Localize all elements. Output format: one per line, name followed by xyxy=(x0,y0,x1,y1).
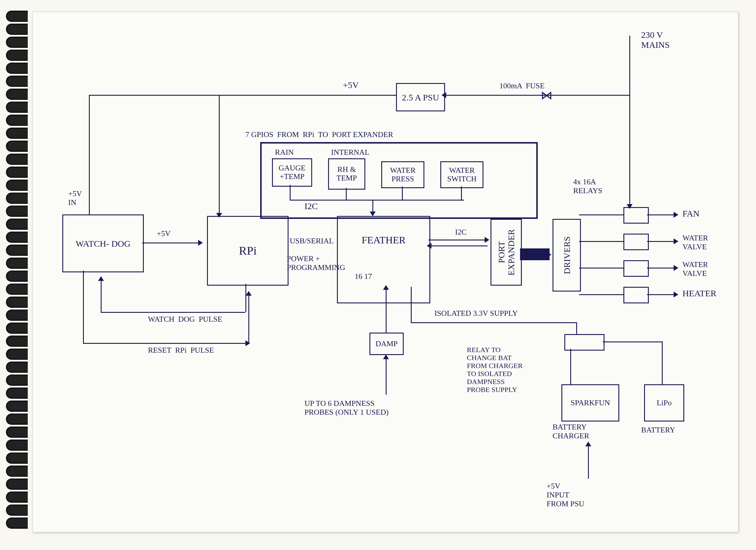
feather-to-pe xyxy=(428,240,488,240)
wd-pulse-line xyxy=(101,312,245,313)
damp-to-feather xyxy=(386,287,387,333)
5v-wire xyxy=(89,95,396,96)
rh-text: RH & TEMP xyxy=(329,165,364,182)
watchdog-block: WATCH- DOG xyxy=(62,214,144,272)
rpi-block: RPi xyxy=(207,216,289,286)
relay-fan xyxy=(623,207,649,224)
drv-heater xyxy=(579,294,623,295)
wd-to-rpi xyxy=(142,243,201,243)
relay-to-sf xyxy=(570,349,571,384)
iso-top xyxy=(411,322,576,323)
rain-hdr: RAIN xyxy=(275,148,294,157)
switch-text: WATER SWITCH xyxy=(441,166,483,183)
5v-from-psu: +5V INPUT FROM PSU xyxy=(547,482,584,508)
5v-label: +5V xyxy=(343,80,359,90)
fuse-icon: ⋈ xyxy=(541,88,553,102)
damp-note: UP TO 6 DAMPNESS PROBES (ONLY 1 USED) xyxy=(304,399,389,417)
drivers-text: DRIVERS xyxy=(562,236,572,274)
relays-hdr: 4x 16A RELAYS xyxy=(573,178,602,195)
feather-pins: 16 17 xyxy=(355,272,372,281)
i2c-a: I2C xyxy=(304,201,318,211)
drv-fan xyxy=(579,214,623,215)
relay-wv1 xyxy=(623,234,649,250)
drv-wv1 xyxy=(579,241,623,242)
fan-label: FAN xyxy=(682,209,700,219)
psu-to-sf xyxy=(588,443,589,479)
5v-wd-rpi: +5V xyxy=(157,229,170,238)
out-wv2 xyxy=(647,268,677,269)
probes-in xyxy=(386,356,387,395)
lipo-text: LiPo xyxy=(657,399,672,407)
fuse-wire xyxy=(443,95,629,96)
drivers-block: DRIVERS xyxy=(553,219,581,292)
wd-pulse-label: WATCH DOG PULSE xyxy=(148,315,222,324)
charger-caption: BATTERY CHARGER xyxy=(553,423,589,440)
damp-text: DAMP xyxy=(375,340,397,348)
5v-in-label: +5V IN xyxy=(68,189,82,207)
iso-left xyxy=(411,287,412,322)
i2c-to-feather xyxy=(372,200,373,214)
mains-wire xyxy=(629,36,630,201)
i2c-bus xyxy=(290,200,464,201)
wv1-label: WATER VALVE xyxy=(682,234,708,251)
heater-label: HEATER xyxy=(682,288,716,298)
rh-drop xyxy=(346,188,347,200)
fuse-label: 100mA FUSE xyxy=(499,82,545,90)
relay-to-lipo-v xyxy=(662,341,663,384)
out-wv1 xyxy=(647,241,677,242)
relay-wv2 xyxy=(623,260,649,277)
relay-note: RELAY TO CHANGE BAT FROM CHARGER TO ISOL… xyxy=(467,346,523,394)
pe-to-drivers xyxy=(520,248,550,260)
psu-block: 2.5 A PSU xyxy=(396,83,445,111)
pe-to-feather xyxy=(428,245,488,246)
port-expander-text: PORT EXPANDER xyxy=(496,220,516,285)
drv-wv2 xyxy=(579,268,623,269)
iso-label: ISOLATED 3.3V SUPPLY xyxy=(434,309,518,318)
i2c-b: I2C xyxy=(455,228,467,237)
notebook-spiral xyxy=(3,9,30,541)
watchdog-text: WATCH- DOG xyxy=(76,239,131,248)
reset-label: RESET RPi PULSE xyxy=(148,346,214,355)
feather-text: FEATHER xyxy=(361,235,405,245)
sparkfun-block: SPARKFUN xyxy=(561,384,619,422)
sparkfun-text: SPARKFUN xyxy=(571,399,610,407)
gpio-title: 7 GPIOS FROM RPi TO PORT EXPANDER xyxy=(245,130,393,139)
press-text: WATER PRESS xyxy=(382,166,423,183)
rain-text: GAUGE +TEMP xyxy=(273,164,311,181)
iso-right xyxy=(576,322,577,334)
wd-pulse-up1 xyxy=(101,278,102,312)
mains-arrow xyxy=(629,201,630,207)
battery-caption: BATTERY xyxy=(641,426,675,435)
port-expander-block: PORT EXPANDER xyxy=(491,219,522,286)
out-fan xyxy=(647,214,677,215)
rain-block: GAUGE +TEMP xyxy=(272,158,312,187)
press-drop xyxy=(402,186,403,200)
int-hdr: INTERNAL xyxy=(331,148,369,157)
rain-drop xyxy=(290,185,291,200)
paper-sheet: 230 V MAINS 100mA FUSE ⋈ 2.5 A PSU +5V +… xyxy=(32,12,738,532)
rpi-text: RPi xyxy=(239,244,257,257)
mains-label: 230 V MAINS xyxy=(641,30,670,50)
pp-label: POWER + PROGRAMMING xyxy=(287,254,345,272)
feather-block: FEATHER xyxy=(337,216,430,303)
reset-line xyxy=(83,343,248,344)
changeover-relay xyxy=(564,334,605,351)
reset-up2 xyxy=(248,293,249,343)
psu-text: 2.5 A PSU xyxy=(402,92,439,102)
lipo-block: LiPo xyxy=(644,384,684,422)
press-block: WATER PRESS xyxy=(381,161,424,188)
reset-up1 xyxy=(83,271,84,343)
wv2-label: WATER VALVE xyxy=(682,260,708,278)
5v-to-wd xyxy=(89,95,90,214)
5v-to-rpi xyxy=(219,95,220,216)
relay-to-lipo-h xyxy=(603,341,662,342)
switch-drop xyxy=(461,186,462,200)
out-heater xyxy=(647,294,677,295)
usb-label: USB/SERIAL xyxy=(290,237,334,245)
rh-block: RH & TEMP xyxy=(328,158,365,190)
relay-heater xyxy=(623,287,649,303)
switch-block: WATER SWITCH xyxy=(440,161,483,188)
